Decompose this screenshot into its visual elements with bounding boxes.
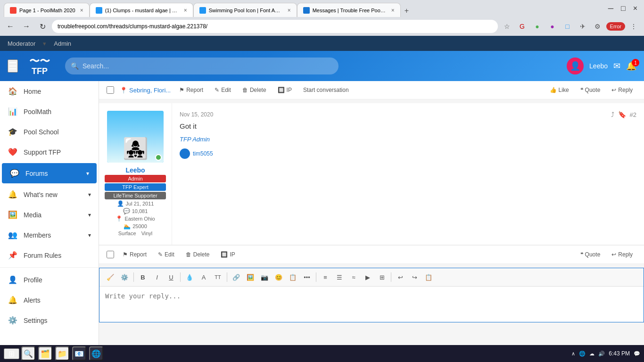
- toolbar-list-btn[interactable]: ☰: [333, 271, 346, 283]
- toolbar-emoji-btn[interactable]: 😊: [272, 271, 285, 283]
- sidebar-item-media[interactable]: 🖼️ Media ▾: [0, 205, 99, 225]
- post2-ip-btn[interactable]: 🔲 IP: [218, 250, 238, 259]
- sidebar-item-supporttfp[interactable]: ❤️ Support TFP: [0, 142, 99, 162]
- toolbar-link-btn[interactable]: 🔗: [230, 271, 242, 283]
- tab-close-btn[interactable]: ×: [288, 7, 291, 14]
- toolbar-fontcolor-btn[interactable]: A: [198, 271, 210, 283]
- new-tab-button[interactable]: +: [401, 5, 413, 17]
- post1-checkbox[interactable]: [107, 86, 114, 94]
- toolbar-align-btn[interactable]: ≡: [319, 271, 331, 283]
- toolbar-image-btn[interactable]: 🖼️: [244, 271, 256, 283]
- sidebar-item-settings[interactable]: ⚙️ Settings: [0, 310, 99, 330]
- composer-textarea[interactable]: [99, 287, 644, 321]
- sidebar-item-members[interactable]: 👥 Members ▾: [0, 225, 99, 245]
- post1-conversation-btn[interactable]: Start conversation: [300, 85, 352, 95]
- admin-link[interactable]: Admin: [54, 40, 71, 47]
- taskbar-taskview-btn[interactable]: 🗂️: [38, 346, 52, 361]
- ext-icon-1[interactable]: G: [516, 20, 529, 33]
- post1-quote-btn[interactable]: ❝ Quote: [577, 85, 604, 95]
- mail-icon[interactable]: ✉: [613, 61, 620, 71]
- sidebar-item-alerts[interactable]: 🔔 Alerts: [0, 290, 99, 310]
- user-avatar[interactable]: 👤: [567, 58, 584, 74]
- minimize-button[interactable]: ─: [605, 3, 616, 14]
- bell-icon[interactable]: 🔔 1: [626, 61, 636, 71]
- toolbar-settings-btn[interactable]: ⚙️: [118, 271, 131, 283]
- tab-poolmath[interactable]: Page 1 - PoolMath 2020 ×: [4, 3, 90, 17]
- toolbar-redo-btn[interactable]: ↪: [408, 271, 421, 283]
- username-nav[interactable]: Leebo: [589, 62, 608, 70]
- moderator-link[interactable]: Moderator: [8, 40, 35, 47]
- ext-icon-6[interactable]: ⚙: [591, 20, 604, 33]
- tab-close-btn[interactable]: ×: [80, 7, 83, 14]
- taskbar-explorer-btn[interactable]: 📁: [55, 346, 69, 361]
- ext-icon-3[interactable]: ●: [546, 20, 559, 33]
- taskbar-chrome-btn[interactable]: 🌐: [89, 346, 103, 361]
- post2-delete-btn[interactable]: 🗑 Delete: [183, 250, 213, 259]
- sidebar-item-forumrules[interactable]: 📌 Forum Rules: [0, 245, 99, 265]
- tab-close-btn[interactable]: ×: [184, 7, 187, 14]
- tab-clumps[interactable]: (1) Clumps - mustard algae | Tro... ×: [90, 3, 193, 17]
- forward-button[interactable]: →: [20, 20, 33, 33]
- post1-report-btn[interactable]: ⚑ Report: [176, 85, 206, 95]
- toolbar-bold-btn[interactable]: B: [137, 271, 149, 283]
- post1-delete-btn[interactable]: 🗑 Delete: [239, 85, 269, 95]
- post1-reply-btn[interactable]: ↩ Reply: [608, 85, 636, 95]
- taskbar-notification-icon[interactable]: 💬: [634, 351, 640, 357]
- site-logo[interactable]: 〜〜 TFP: [29, 56, 50, 76]
- toolbar-droplet-btn[interactable]: 💧: [183, 271, 196, 283]
- error-button[interactable]: Error: [606, 22, 625, 31]
- author-name[interactable]: Leebo: [105, 166, 166, 174]
- start-button[interactable]: ⊞: [4, 348, 19, 359]
- reply-icon: ↩: [611, 87, 616, 93]
- browser-toolbar-icons: ☆ G ● ● □ ✈ ⚙ Error ⋮: [501, 20, 640, 33]
- post1-edit-btn[interactable]: ✎ Edit: [212, 85, 234, 95]
- toolbar-grid-btn[interactable]: ⊞: [376, 271, 388, 283]
- tab-messages[interactable]: Messages | Trouble Free Pool - A... ×: [297, 3, 401, 17]
- post1-like-btn[interactable]: 👍 Like: [546, 85, 573, 95]
- ext-icon-5[interactable]: ✈: [576, 20, 589, 33]
- hamburger-menu[interactable]: ☰: [8, 59, 18, 73]
- tab-close-btn[interactable]: ×: [391, 7, 395, 14]
- menu-icon[interactable]: ⋮: [627, 20, 640, 33]
- liker-username[interactable]: tim5055: [193, 150, 213, 157]
- close-button[interactable]: ×: [630, 3, 640, 14]
- post-number: #2: [630, 111, 636, 118]
- maximize-button[interactable]: □: [618, 3, 628, 14]
- refresh-button[interactable]: ↻: [36, 20, 49, 33]
- toolbar-italic-btn[interactable]: I: [151, 271, 163, 283]
- taskbar-email-btn[interactable]: 📧: [72, 346, 86, 361]
- post2-quote-btn[interactable]: ❝ Quote: [577, 249, 604, 260]
- search-bar[interactable]: 🔍 Search...: [65, 58, 339, 74]
- post2-edit-btn[interactable]: ✎ Edit: [155, 250, 177, 259]
- toolbar-camera-btn[interactable]: 📷: [258, 271, 271, 283]
- toolbar-table-btn[interactable]: 📋: [287, 271, 299, 283]
- post2-reply-btn[interactable]: ↩ Reply: [608, 249, 636, 260]
- post1-ip-btn[interactable]: 🔲 IP: [275, 85, 295, 95]
- sidebar-item-forums[interactable]: 💬 Forums ▾: [2, 163, 97, 183]
- address-bar-input[interactable]: [52, 20, 498, 33]
- toolbar-fontsize-btn[interactable]: TT: [212, 271, 224, 283]
- taskbar-up-arrow[interactable]: ∧: [571, 351, 575, 357]
- tab-fontawesome[interactable]: Swimming Pool Icon | Font Awes... ×: [193, 3, 297, 17]
- toolbar-source-btn[interactable]: 📋: [422, 271, 435, 283]
- sidebar-item-poolmath[interactable]: 📊 PoolMath: [0, 101, 99, 122]
- post2-report-btn[interactable]: ⚑ Report: [120, 250, 149, 259]
- toolbar-clean-btn[interactable]: 🧹: [104, 271, 116, 283]
- toolbar-indent-btn[interactable]: ≈: [347, 271, 360, 283]
- bookmark-post-icon[interactable]: 🔖: [618, 111, 626, 118]
- back-button[interactable]: ←: [4, 20, 17, 33]
- bookmark-icon[interactable]: ☆: [501, 20, 514, 33]
- share-icon[interactable]: ⤴: [611, 111, 614, 118]
- taskbar-search-btn[interactable]: 🔍: [21, 346, 35, 361]
- sidebar-item-profile[interactable]: 👤 Profile: [0, 270, 99, 290]
- ext-icon-4[interactable]: □: [561, 20, 574, 33]
- sidebar-item-whatsnew[interactable]: 🔔 What's new ▾: [0, 184, 99, 205]
- ext-icon-2[interactable]: ●: [531, 20, 544, 33]
- toolbar-underline-btn[interactable]: U: [165, 271, 177, 283]
- toolbar-more-btn[interactable]: •••: [301, 271, 313, 283]
- sidebar-item-poolschool[interactable]: 🎓 Pool School: [0, 122, 99, 142]
- post2-checkbox[interactable]: [107, 251, 114, 258]
- toolbar-undo-btn[interactable]: ↩: [394, 271, 406, 283]
- sidebar-item-home[interactable]: 🏠 Home: [0, 81, 99, 101]
- toolbar-media-btn[interactable]: ▶: [362, 271, 374, 283]
